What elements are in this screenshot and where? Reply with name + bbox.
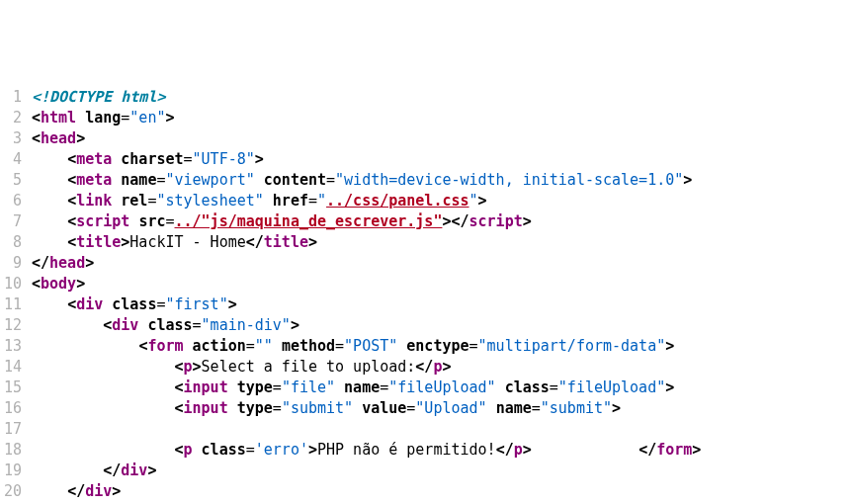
code-line[interactable]: 18 <p class='erro'>PHP não é permitido!<… (0, 440, 852, 461)
token-tag-punct: > (112, 482, 121, 500)
line-number: 10 (0, 274, 32, 294)
token-text (32, 462, 103, 479)
token-text (32, 378, 175, 396)
code-content[interactable]: <title>HackIT - Home</title> (32, 232, 852, 253)
token-attr-val: "UTF-8" (193, 150, 255, 168)
token-tag-punct: < (175, 378, 184, 396)
token-tag-name: p (184, 441, 193, 459)
token-attr-eq: = (550, 378, 558, 396)
code-line[interactable]: 3<head> (0, 128, 852, 149)
code-line[interactable]: 10<body> (0, 274, 852, 294)
token-attr-val: "fileUpload" (558, 378, 665, 396)
token-text (193, 441, 202, 459)
code-content[interactable] (32, 419, 852, 440)
code-content[interactable]: <div class="main-div"> (32, 315, 852, 336)
code-content[interactable]: <input type="submit" value="Upload" name… (32, 398, 852, 419)
code-line[interactable]: 19 </div> (0, 461, 852, 481)
code-content[interactable]: <p class='erro'>PHP não é permitido!</p>… (32, 440, 852, 461)
token-tag-punct: > (478, 192, 487, 210)
token-tag-punct: < (67, 212, 76, 230)
token-attr-val: 'erro' (255, 441, 308, 459)
line-number: 5 (0, 170, 32, 191)
token-attr-eq: = (406, 399, 415, 417)
token-attr-eq: = (184, 150, 193, 168)
code-content[interactable]: </head> (32, 253, 852, 274)
code-content[interactable]: <meta name="viewport" content="width=dev… (32, 170, 852, 191)
token-tag-name: div (76, 295, 103, 313)
token-tag-punct: </ (103, 462, 121, 479)
code-content[interactable]: <link rel="stylesheet" href="../css/pane… (32, 191, 852, 211)
code-content[interactable]: <body> (32, 274, 852, 294)
line-number: 11 (0, 294, 32, 315)
code-content[interactable]: <script src=../"js/maquina_de_escrever.j… (32, 211, 852, 232)
token-tag-punct: < (67, 150, 76, 168)
code-editor[interactable]: 1<!DOCTYPE html>2<html lang="en">3<head>… (0, 87, 852, 504)
code-line[interactable]: 4 <meta charset="UTF-8"> (0, 149, 852, 170)
token-tag-name: meta (76, 171, 112, 189)
code-line[interactable]: 9</head> (0, 253, 852, 274)
token-attr-name: class (147, 316, 192, 334)
code-line[interactable]: 15 <input type="file" name="fileUpload" … (0, 378, 852, 398)
token-attr-val: "submit" (541, 399, 612, 417)
token-attr-eq: = (273, 399, 282, 417)
token-attr-val: "multipart/form-data" (478, 337, 666, 355)
token-err-link: ../"js/maquina_de_escrever.js" (175, 212, 443, 230)
token-attr-eq: = (273, 378, 282, 396)
token-attr-name: class (202, 441, 246, 459)
code-content[interactable]: <input type="file" name="fileUpload" cla… (32, 378, 852, 398)
token-text (496, 378, 505, 396)
code-content[interactable]: <head> (32, 128, 852, 149)
token-tag-punct: < (67, 192, 76, 210)
token-tag-punct: > (291, 316, 299, 334)
code-line[interactable]: 20 </div> (0, 481, 852, 502)
code-line[interactable]: 8 <title>HackIT - Home</title> (0, 232, 852, 253)
token-tag-punct: > (308, 441, 317, 459)
code-content[interactable]: </div> (32, 461, 852, 481)
token-tag-punct: < (32, 275, 41, 293)
token-tag-name: meta (76, 150, 112, 168)
code-line[interactable]: 11 <div class="first"> (0, 294, 852, 315)
code-line[interactable]: 16 <input type="submit" value="Upload" n… (0, 398, 852, 419)
code-line[interactable]: 17 (0, 419, 852, 440)
token-tag-punct: < (67, 233, 76, 251)
token-text (532, 441, 639, 459)
token-tag-punct: ></ (442, 212, 469, 230)
token-attr-val: "file" (282, 378, 335, 396)
token-attr-eq: = (193, 316, 202, 334)
code-line[interactable]: 12 <div class="main-div"> (0, 315, 852, 336)
token-tag-punct: > (308, 233, 317, 251)
token-tag-punct: > (147, 462, 156, 479)
line-number: 17 (0, 419, 32, 440)
code-content[interactable]: <p>Select a file to upload:</p> (32, 357, 852, 378)
token-tag-name: head (41, 129, 76, 147)
token-attr-name: name (344, 378, 380, 396)
token-tag-punct: > (121, 233, 129, 251)
token-attr-val: "viewport" (165, 171, 254, 189)
token-tag-punct: </ (32, 254, 49, 272)
code-line[interactable]: 14 <p>Select a file to upload:</p> (0, 357, 852, 378)
token-tag-name: div (121, 462, 147, 479)
code-content[interactable]: <form action="" method="POST" enctype="m… (32, 336, 852, 357)
token-tag-punct: > (193, 358, 202, 376)
code-line[interactable]: 6 <link rel="stylesheet" href="../css/pa… (0, 191, 852, 211)
code-line[interactable]: 1<!DOCTYPE html> (0, 87, 852, 108)
code-line[interactable]: 2<html lang="en"> (0, 108, 852, 128)
code-line[interactable]: 13 <form action="" method="POST" enctype… (0, 336, 852, 357)
code-content[interactable]: <!DOCTYPE html> (32, 87, 852, 108)
token-text (32, 295, 67, 313)
code-line[interactable]: 5 <meta name="viewport" content="width=d… (0, 170, 852, 191)
token-attr-eq: = (165, 212, 174, 230)
code-content[interactable]: <div class="first"> (32, 294, 852, 315)
token-tag-punct: < (67, 171, 76, 189)
code-content[interactable]: <html lang="en"> (32, 108, 852, 128)
token-attr-val: "Upload" (415, 399, 486, 417)
code-content[interactable]: <meta charset="UTF-8"> (32, 149, 852, 170)
code-content[interactable]: </div> (32, 481, 852, 502)
line-number: 13 (0, 336, 32, 357)
code-line[interactable]: 7 <script src=../"js/maquina_de_escrever… (0, 211, 852, 232)
token-attr-eq: = (335, 337, 344, 355)
token-attr-name: lang (85, 109, 121, 126)
token-attr-name: enctype (406, 337, 469, 355)
token-tag-name: script (76, 212, 129, 230)
token-tag-punct: > (76, 129, 85, 147)
